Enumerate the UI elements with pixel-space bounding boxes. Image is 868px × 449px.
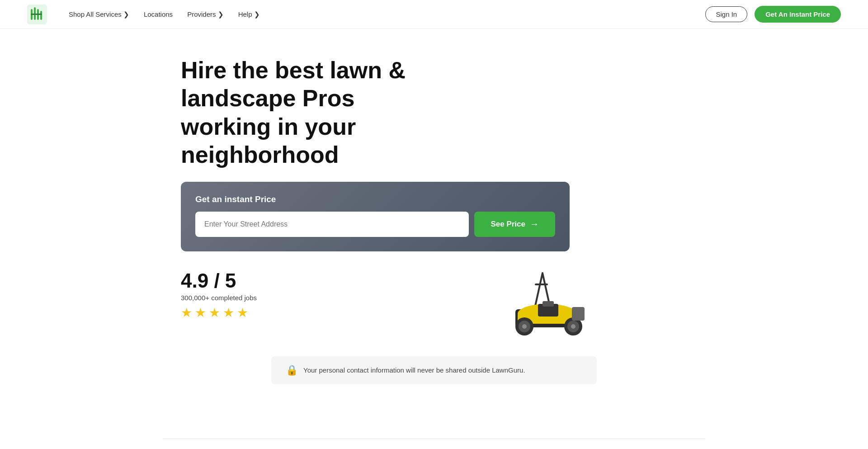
nav-item-shop[interactable]: Shop All Services ❯ bbox=[69, 10, 129, 19]
privacy-section: 🔒 Your personal contact information will… bbox=[163, 356, 705, 439]
hero-title: Hire the best lawn & landscape Pros work… bbox=[181, 56, 520, 169]
star-3: ★ bbox=[209, 305, 220, 320]
sign-in-button[interactable]: Sign In bbox=[705, 6, 747, 22]
nav-link-shop[interactable]: Shop All Services ❯ bbox=[69, 10, 129, 19]
header-right: Sign In Get An Instant Price bbox=[705, 6, 841, 23]
rating-score: 4.9 / 5 bbox=[181, 269, 257, 292]
nav-item-providers[interactable]: Providers ❯ bbox=[187, 10, 224, 19]
svg-rect-13 bbox=[542, 301, 554, 307]
svg-rect-4 bbox=[40, 11, 42, 20]
search-box: Get an instant Price See Price → bbox=[181, 182, 570, 251]
svg-rect-5 bbox=[31, 14, 42, 15]
get-instant-price-button[interactable]: Get An Instant Price bbox=[755, 6, 841, 23]
hero-section: Hire the best lawn & landscape Pros work… bbox=[163, 29, 705, 338]
how-it-works-section: Set up Your Property We use birds eye ma… bbox=[163, 439, 705, 449]
svg-point-19 bbox=[571, 324, 576, 329]
header-left: Shop All Services ❯ Locations Providers … bbox=[27, 5, 260, 24]
svg-point-16 bbox=[522, 324, 527, 329]
star-2: ★ bbox=[195, 305, 206, 320]
nav-item-locations[interactable]: Locations bbox=[144, 10, 173, 18]
privacy-text: Your personal contact information will n… bbox=[303, 366, 525, 374]
rating-mower-row: 4.9 / 5 300,000+ completed jobs ★ ★ ★ ★ … bbox=[181, 269, 570, 338]
search-box-label: Get an instant Price bbox=[195, 194, 555, 204]
logo[interactable] bbox=[27, 5, 47, 24]
star-1: ★ bbox=[181, 305, 192, 320]
site-header: Shop All Services ❯ Locations Providers … bbox=[0, 0, 868, 29]
nav-link-help[interactable]: Help ❯ bbox=[238, 10, 260, 19]
star-rating: ★ ★ ★ ★ ★ bbox=[181, 305, 257, 320]
completed-jobs: 300,000+ completed jobs bbox=[181, 294, 257, 302]
nav-item-help[interactable]: Help ❯ bbox=[238, 10, 260, 19]
main-nav: Shop All Services ❯ Locations Providers … bbox=[69, 10, 260, 19]
address-input[interactable] bbox=[195, 212, 469, 237]
svg-rect-20 bbox=[572, 307, 585, 321]
lock-icon: 🔒 bbox=[286, 364, 298, 376]
arrow-right-icon: → bbox=[530, 219, 539, 229]
rating-section: 4.9 / 5 300,000+ completed jobs ★ ★ ★ ★ … bbox=[181, 269, 257, 320]
logo-icon bbox=[27, 5, 47, 24]
search-row: See Price → bbox=[195, 212, 555, 237]
nav-link-providers[interactable]: Providers ❯ bbox=[187, 10, 224, 19]
star-5: ★ bbox=[237, 305, 248, 320]
nav-link-locations[interactable]: Locations bbox=[144, 10, 173, 18]
privacy-notice: 🔒 Your personal contact information will… bbox=[271, 356, 597, 384]
see-price-button[interactable]: See Price → bbox=[474, 212, 555, 237]
rating-info: 4.9 / 5 300,000+ completed jobs ★ ★ ★ ★ … bbox=[181, 269, 257, 320]
lawnmower-svg bbox=[506, 264, 597, 345]
star-4: ★ bbox=[223, 305, 234, 320]
lawnmower-image bbox=[506, 264, 597, 347]
